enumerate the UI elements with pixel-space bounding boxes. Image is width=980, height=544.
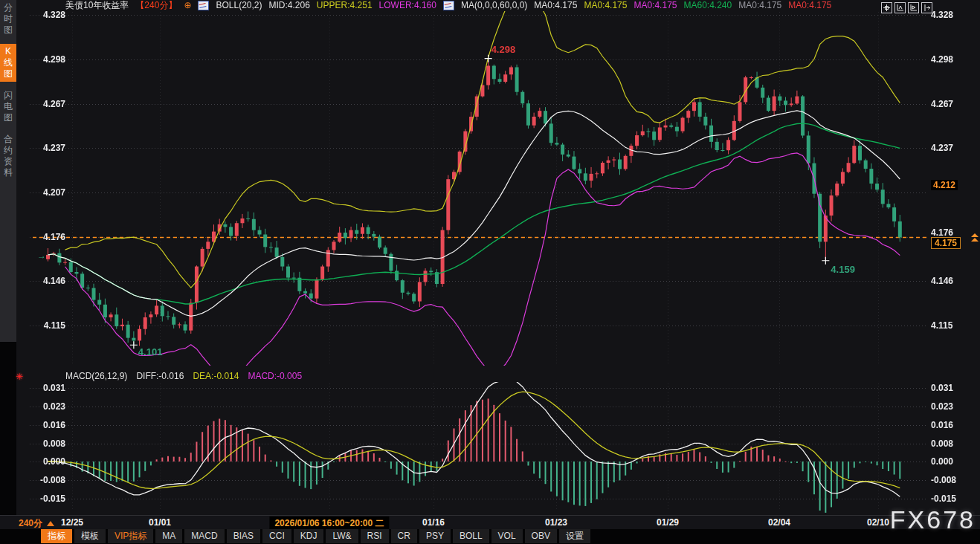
ma-value-0: MA0:4.175 (534, 0, 577, 11)
time-axis-row: 240分 2026/01/06 16:00~20:00 二 12/2501/01… (0, 515, 980, 530)
price-label-right-4.175: 4.175 (931, 237, 961, 249)
price-label-right-4.146: 4.146 (931, 276, 953, 286)
macd-diff-value: DIFF:-0.016 (136, 371, 184, 381)
price-label-right-4.176: 4.176 (931, 227, 953, 238)
macd-dea-value: DEA:-0.014 (193, 371, 239, 381)
indicator-toolbar: 指标模板VIP指标MAMACDBIASCCIKDJLW&RSICRPSYBOLL… (0, 529, 980, 544)
macd-params-label: MACD(26,12,9) (65, 371, 127, 381)
indicator-tab-14-OBV[interactable]: OBV (525, 529, 557, 543)
triangle-up-icon (47, 521, 54, 526)
date-tick-02-10: 02/10 (867, 517, 889, 528)
macd-label-left-0.023: 0.023 (28, 401, 65, 412)
indicator-tab-4-MACD[interactable]: MACD (184, 529, 224, 543)
timeframe-label[interactable]: 【240分】 (135, 0, 177, 11)
macd-label-right-0.000: 0.000 (931, 456, 953, 467)
ma-value-2: MA0:4.175 (634, 0, 677, 11)
indicator-tab-0-指标[interactable]: 指标 (41, 529, 72, 543)
chart-header: 美债10年收益率 【240分】 ⊕ BOLL(20,2) MID:4.206 U… (65, 0, 831, 11)
collapse-right-icon[interactable] (921, 2, 932, 13)
date-tick-02-04: 02/04 (768, 517, 790, 528)
indicator-tab-11-PSY[interactable]: PSY (419, 529, 451, 543)
price-label-left-4.298: 4.298 (28, 54, 65, 65)
period-selector[interactable]: 240分 (19, 517, 54, 530)
macd-label-left--0.008: -0.008 (28, 475, 65, 485)
macd-label-left-0.000: 0.000 (28, 456, 65, 467)
indicator-tab-12-BOLL[interactable]: BOLL (453, 529, 489, 543)
date-tick-01-01: 01/01 (149, 517, 171, 528)
axis-scale-right-icon[interactable] (908, 2, 919, 13)
chart-application-window: 分时图K线图闪电图合约资料 美债10年收益率 【240分】 ⊕ BOLL(20,… (0, 0, 980, 544)
macd-label-left-0.031: 0.031 (28, 383, 65, 393)
indicator-tab-3-MA[interactable]: MA (155, 529, 182, 543)
macd-label-left-0.008: 0.008 (28, 438, 65, 449)
chart-window-controls (881, 2, 932, 13)
left-sidebar: 分时图K线图闪电图合约资料 (0, 0, 16, 342)
boll-upper-value: UPPER:4.251 (317, 0, 373, 11)
indicator-tab-1-模板[interactable]: 模板 (74, 529, 106, 543)
macd-label-left-0.016: 0.016 (28, 420, 65, 430)
date-tick-01-16: 01/16 (422, 517, 445, 528)
price-label-right-4.212: 4.212 (931, 180, 958, 190)
macd-label-right--0.015: -0.015 (931, 493, 956, 504)
sidebar-item-2[interactable]: 闪电图 (0, 88, 16, 126)
macd-label-right--0.008: -0.008 (931, 475, 956, 485)
indicator-tab-8-LW&[interactable]: LW& (326, 529, 358, 543)
price-label-left-4.237: 4.237 (28, 143, 65, 153)
macd-label-right-0.016: 0.016 (931, 420, 953, 430)
indicator-tab-13-VOL[interactable]: VOL (491, 529, 523, 543)
date-tick-12-25: 12/25 (61, 517, 83, 528)
date-tick-01-23: 01/23 (545, 517, 567, 528)
ma-value-4: MA0:4.175 (738, 0, 781, 11)
indicator-marker-burst-icon: ✳ (16, 372, 23, 382)
price-label-left-4.176: 4.176 (28, 232, 65, 242)
left-sidebar-padding (0, 342, 16, 544)
indicator-tab-5-BIAS[interactable]: BIAS (227, 529, 260, 543)
boll-label: BOLL(20,2) (216, 0, 262, 11)
price-label-right-4.237: 4.237 (931, 143, 953, 153)
boll-mid-value: MID:4.206 (269, 0, 310, 11)
ma-values: MA0:4.175MA0:4.175MA0:4.175MA60:4.240MA0… (534, 0, 831, 11)
price-label-left-4.328: 4.328 (28, 10, 65, 20)
ma-value-5: MA0:4.175 (788, 0, 831, 11)
ma-value-1: MA0:4.175 (584, 0, 627, 11)
indicator-tab-7-KDJ[interactable]: KDJ (294, 529, 324, 543)
sidebar-item-1[interactable]: K线图 (0, 44, 16, 82)
sidebar-item-0[interactable]: 分时图 (0, 0, 16, 38)
price-label-right-4.298: 4.298 (931, 54, 953, 65)
macd-panel-header: MACD(26,12,9) DIFF:-0.016 DEA:-0.014 MAC… (65, 371, 302, 381)
link-icon[interactable]: ⊕ (184, 0, 191, 11)
price-label-left-4.267: 4.267 (28, 99, 65, 109)
candlestick-chart-canvas[interactable] (0, 0, 980, 544)
instrument-title: 美债10年收益率 (65, 0, 129, 11)
price-label-right-4.267: 4.267 (931, 99, 953, 109)
sidebar-item-3[interactable]: 合约资料 (0, 132, 16, 181)
price-label-right-4.115: 4.115 (931, 320, 952, 331)
watermark-logo: FX678 (890, 505, 976, 534)
price-label-left-4.115: 4.115 (28, 320, 65, 331)
price-label-left-4.146: 4.146 (28, 276, 65, 286)
ma-value-3: MA60:4.240 (683, 0, 732, 11)
left-edge-marker-arrow-icon: → (37, 250, 46, 261)
macd-label-right-0.023: 0.023 (931, 401, 953, 412)
indicator-tab-9-RSI[interactable]: RSI (361, 529, 389, 543)
macd-label-right-0.031: 0.031 (931, 383, 953, 393)
price-label-left-4.207: 4.207 (28, 187, 65, 198)
macd-label-right-0.008: 0.008 (931, 438, 953, 449)
axis-scale-left-icon[interactable] (894, 2, 906, 13)
ma-indicator-icon[interactable] (443, 1, 454, 10)
indicator-tab-2-VIP指标[interactable]: VIP指标 (108, 529, 153, 543)
ma-params-label: MA(0,0,0,60,0,0) (461, 0, 527, 11)
boll-lower-value: LOWER:4.160 (379, 0, 436, 11)
indicator-tab-6-CCI[interactable]: CCI (262, 529, 291, 543)
settings-tab[interactable]: 设置 (559, 529, 590, 543)
price-alert-arrows-icon[interactable] (971, 233, 979, 242)
price-label-right-4.328: 4.328 (931, 10, 953, 20)
date-tick-01-29: 01/29 (657, 517, 679, 528)
move-icon[interactable] (881, 2, 892, 13)
indicator-tab-10-CR[interactable]: CR (391, 529, 417, 543)
boll-indicator-icon[interactable] (198, 1, 209, 10)
macd-bar-value: MACD:-0.005 (248, 371, 302, 381)
macd-label-left--0.015: -0.015 (28, 493, 65, 504)
